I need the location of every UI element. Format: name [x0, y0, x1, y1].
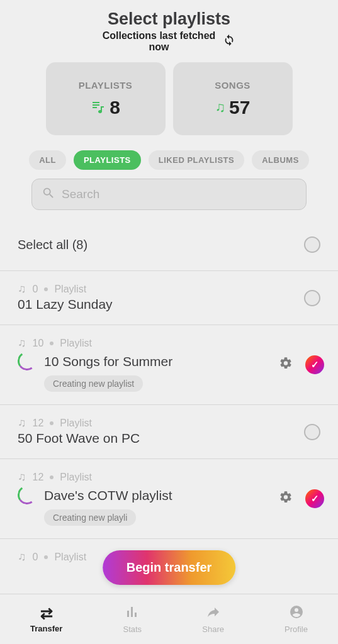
search-input[interactable]	[62, 187, 296, 201]
search-icon	[42, 186, 55, 203]
playlists-count: 8	[110, 97, 120, 118]
page-title: Select playlists	[0, 9, 338, 29]
select-radio[interactable]	[304, 424, 320, 440]
filter-row: ALL PLAYLISTS LIKED PLAYLISTS ALBUMS	[0, 150, 338, 170]
music-note-icon: ♫	[18, 550, 26, 564]
stats-row: PLAYLISTS 8 SONGS ♫ 57	[0, 62, 338, 135]
search-field[interactable]	[31, 179, 307, 210]
list-item[interactable]: ♫ 0 Playlist 01 Lazy Sunday	[0, 271, 338, 325]
subtitle-row: Collections last fetched now	[0, 30, 338, 52]
music-note-icon: ♫	[18, 282, 26, 296]
tab-label: Profile	[284, 625, 308, 634]
tab-profile[interactable]: Profile	[284, 604, 308, 634]
playlist-title: 50 Foot Wave on PC	[18, 431, 320, 446]
tab-share[interactable]: Share	[202, 604, 224, 634]
filter-albums[interactable]: ALBUMS	[252, 150, 309, 170]
begin-transfer-button[interactable]: Begin transfer	[103, 550, 236, 585]
playlist-title: 01 Lazy Sunday	[18, 297, 320, 312]
item-type: Playlist	[60, 418, 92, 429]
loading-spinner-icon	[16, 484, 38, 506]
transfer-icon: ⇄	[40, 605, 53, 623]
song-count: 10	[33, 338, 44, 349]
separator-dot	[44, 287, 48, 291]
selected-check-icon[interactable]: ✓	[305, 355, 324, 374]
tab-label: Share	[202, 625, 224, 634]
item-type: Playlist	[60, 338, 92, 349]
list-item[interactable]: ♫ 12 Playlist Dave's COTW playlist Creat…	[0, 459, 338, 539]
music-note-icon: ♫	[18, 470, 26, 484]
gear-icon[interactable]	[279, 491, 293, 508]
loading-spinner-icon	[16, 350, 38, 372]
tab-label: Stats	[123, 625, 142, 634]
filter-playlists[interactable]: PLAYLISTS	[74, 150, 141, 170]
gear-icon[interactable]	[279, 357, 293, 374]
item-type: Playlist	[54, 552, 86, 563]
music-note-icon: ♫	[18, 336, 26, 350]
playlist-list: Select all (8) ♫ 0 Playlist 01 Lazy Sund…	[0, 236, 338, 576]
refresh-icon[interactable]	[222, 33, 236, 50]
playlist-title: 10 Songs for Summer	[44, 354, 172, 369]
filter-all[interactable]: ALL	[29, 150, 66, 170]
filter-liked[interactable]: LIKED PLAYLISTS	[149, 150, 244, 170]
songs-stat-card: SONGS ♫ 57	[173, 62, 293, 135]
music-note-icon: ♫	[18, 416, 26, 430]
select-radio[interactable]	[304, 290, 320, 306]
select-all-label: Select all (8)	[18, 238, 87, 252]
list-item[interactable]: ♫ 12 Playlist 50 Foot Wave on PC	[0, 405, 338, 459]
select-all-radio[interactable]	[304, 236, 320, 253]
playlists-stat-label: PLAYLISTS	[79, 80, 133, 91]
status-badge: Creating new playli	[44, 509, 136, 526]
list-item[interactable]: ♫ 10 Playlist 10 Songs for Summer Creati…	[0, 325, 338, 405]
fetch-status: Collections last fetched now	[103, 30, 216, 52]
songs-stat-label: SONGS	[215, 80, 251, 91]
item-type: Playlist	[60, 472, 92, 483]
separator-dot	[50, 421, 54, 425]
selected-check-icon[interactable]: ✓	[305, 489, 324, 508]
profile-icon	[289, 604, 304, 623]
songs-count: 57	[229, 97, 250, 118]
tab-bar: ⇄ Transfer Stats Share Profile	[0, 594, 338, 644]
header: Select playlists Collections last fetche…	[0, 0, 338, 52]
song-count: 12	[33, 472, 44, 483]
playlists-stat-card: PLAYLISTS 8	[46, 62, 166, 135]
song-count: 12	[33, 418, 44, 429]
status-badge: Creating new playlist	[44, 375, 143, 392]
song-count: 0	[33, 284, 38, 295]
tab-label: Transfer	[30, 624, 62, 633]
separator-dot	[44, 555, 48, 559]
playlist-title: Dave's COTW playlist	[44, 488, 172, 503]
tab-transfer[interactable]: ⇄ Transfer	[30, 605, 62, 633]
tab-stats[interactable]: Stats	[123, 604, 142, 634]
music-note-icon: ♫	[215, 99, 226, 116]
stats-icon	[125, 604, 140, 623]
share-icon	[206, 604, 221, 623]
song-count: 0	[33, 552, 38, 563]
item-type: Playlist	[54, 284, 86, 295]
separator-dot	[50, 475, 54, 479]
playlist-icon	[91, 98, 106, 117]
select-all-row[interactable]: Select all (8)	[0, 236, 338, 271]
separator-dot	[50, 341, 54, 345]
